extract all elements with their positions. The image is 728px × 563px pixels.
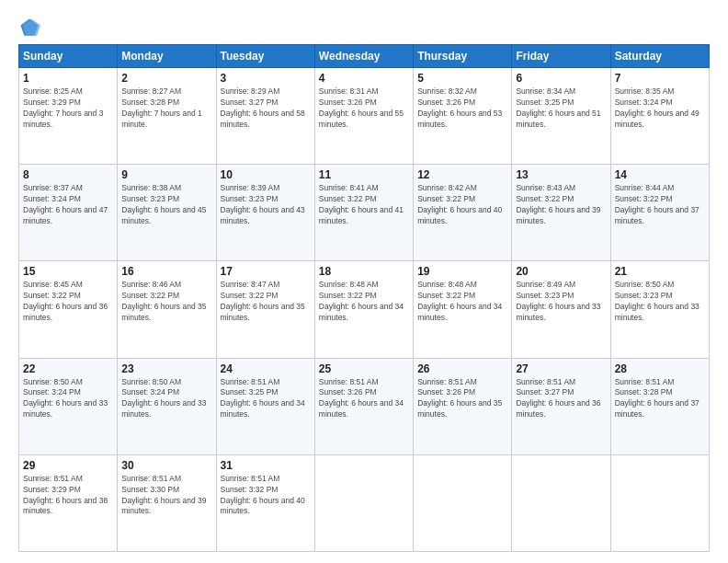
- day-number: 2: [121, 72, 211, 85]
- day-number: 24: [221, 362, 311, 375]
- calendar-cell: 3 Sunrise: 8:29 AM Sunset: 3:27 PM Dayli…: [216, 68, 314, 165]
- day-info: Sunrise: 8:51 AM Sunset: 3:26 PM Dayligh…: [319, 377, 409, 421]
- calendar-cell: 20 Sunrise: 8:49 AM Sunset: 3:23 PM Dayl…: [512, 261, 610, 358]
- day-info: Sunrise: 8:31 AM Sunset: 3:26 PM Dayligh…: [319, 86, 409, 131]
- day-info: Sunrise: 8:38 AM Sunset: 3:23 PM Dayligh…: [121, 183, 211, 227]
- day-number: 5: [417, 72, 507, 85]
- calendar-week-2: 8 Sunrise: 8:37 AM Sunset: 3:24 PM Dayli…: [19, 165, 710, 261]
- day-number: 31: [221, 459, 311, 472]
- calendar-cell: 8 Sunrise: 8:37 AM Sunset: 3:24 PM Dayli…: [19, 165, 118, 261]
- calendar-header-friday: Friday: [512, 45, 610, 68]
- day-info: Sunrise: 8:50 AM Sunset: 3:24 PM Dayligh…: [121, 377, 211, 421]
- calendar-cell: 7 Sunrise: 8:35 AM Sunset: 3:24 PM Dayli…: [610, 68, 709, 165]
- calendar-cell: 2 Sunrise: 8:27 AM Sunset: 3:28 PM Dayli…: [118, 68, 216, 165]
- calendar-cell: [512, 454, 610, 551]
- day-number: 25: [319, 362, 409, 375]
- day-info: Sunrise: 8:51 AM Sunset: 3:32 PM Dayligh…: [221, 474, 311, 518]
- day-number: 7: [615, 72, 705, 85]
- calendar-cell: 1 Sunrise: 8:25 AM Sunset: 3:29 PM Dayli…: [19, 68, 118, 165]
- calendar-cell: 6 Sunrise: 8:34 AM Sunset: 3:25 PM Dayli…: [512, 68, 610, 165]
- calendar-cell: 22 Sunrise: 8:50 AM Sunset: 3:24 PM Dayl…: [19, 358, 118, 454]
- day-number: 28: [615, 362, 705, 375]
- calendar-cell: 14 Sunrise: 8:44 AM Sunset: 3:22 PM Dayl…: [610, 165, 709, 261]
- day-number: 23: [121, 362, 211, 375]
- day-number: 17: [221, 265, 311, 278]
- calendar-cell: 13 Sunrise: 8:43 AM Sunset: 3:22 PM Dayl…: [512, 165, 610, 261]
- calendar-cell: [414, 454, 512, 551]
- day-number: 4: [319, 72, 409, 85]
- calendar-week-5: 29 Sunrise: 8:51 AM Sunset: 3:29 PM Dayl…: [19, 454, 710, 551]
- calendar-cell: 11 Sunrise: 8:41 AM Sunset: 3:22 PM Dayl…: [314, 165, 413, 261]
- day-info: Sunrise: 8:51 AM Sunset: 3:27 PM Dayligh…: [516, 377, 606, 421]
- calendar-header-saturday: Saturday: [610, 45, 709, 68]
- calendar-cell: 18 Sunrise: 8:48 AM Sunset: 3:22 PM Dayl…: [314, 261, 413, 358]
- day-info: Sunrise: 8:51 AM Sunset: 3:26 PM Dayligh…: [417, 377, 507, 421]
- calendar-cell: 23 Sunrise: 8:50 AM Sunset: 3:24 PM Dayl…: [118, 358, 216, 454]
- day-info: Sunrise: 8:37 AM Sunset: 3:24 PM Dayligh…: [23, 183, 113, 227]
- day-info: Sunrise: 8:50 AM Sunset: 3:24 PM Dayligh…: [23, 377, 113, 421]
- day-number: 8: [23, 168, 113, 181]
- calendar-cell: 29 Sunrise: 8:51 AM Sunset: 3:29 PM Dayl…: [19, 454, 118, 551]
- day-number: 19: [417, 265, 507, 278]
- calendar-cell: 16 Sunrise: 8:46 AM Sunset: 3:22 PM Dayl…: [118, 261, 216, 358]
- calendar-cell: 15 Sunrise: 8:45 AM Sunset: 3:22 PM Dayl…: [19, 261, 118, 358]
- day-info: Sunrise: 8:51 AM Sunset: 3:29 PM Dayligh…: [23, 474, 113, 518]
- day-info: Sunrise: 8:32 AM Sunset: 3:26 PM Dayligh…: [417, 86, 507, 131]
- day-info: Sunrise: 8:48 AM Sunset: 3:22 PM Dayligh…: [417, 280, 507, 324]
- calendar-cell: 30 Sunrise: 8:51 AM Sunset: 3:30 PM Dayl…: [118, 454, 216, 551]
- calendar-cell: 17 Sunrise: 8:47 AM Sunset: 3:22 PM Dayl…: [216, 261, 314, 358]
- day-info: Sunrise: 8:39 AM Sunset: 3:23 PM Dayligh…: [221, 183, 311, 227]
- day-number: 15: [23, 265, 113, 278]
- day-number: 13: [516, 168, 606, 181]
- day-info: Sunrise: 8:49 AM Sunset: 3:23 PM Dayligh…: [516, 280, 606, 324]
- day-info: Sunrise: 8:41 AM Sunset: 3:22 PM Dayligh…: [319, 183, 409, 227]
- logo: [18, 17, 44, 39]
- day-info: Sunrise: 8:51 AM Sunset: 3:28 PM Dayligh…: [615, 377, 705, 421]
- calendar-cell: 27 Sunrise: 8:51 AM Sunset: 3:27 PM Dayl…: [512, 358, 610, 454]
- day-info: Sunrise: 8:48 AM Sunset: 3:22 PM Dayligh…: [319, 280, 409, 324]
- calendar-cell: 21 Sunrise: 8:50 AM Sunset: 3:23 PM Dayl…: [610, 261, 709, 358]
- day-info: Sunrise: 8:50 AM Sunset: 3:23 PM Dayligh…: [615, 280, 705, 324]
- calendar-cell: 10 Sunrise: 8:39 AM Sunset: 3:23 PM Dayl…: [216, 165, 314, 261]
- day-info: Sunrise: 8:43 AM Sunset: 3:22 PM Dayligh…: [516, 183, 606, 227]
- calendar-week-3: 15 Sunrise: 8:45 AM Sunset: 3:22 PM Dayl…: [19, 261, 710, 358]
- calendar-cell: 4 Sunrise: 8:31 AM Sunset: 3:26 PM Dayli…: [314, 68, 413, 165]
- calendar-cell: 5 Sunrise: 8:32 AM Sunset: 3:26 PM Dayli…: [414, 68, 512, 165]
- calendar-cell: 25 Sunrise: 8:51 AM Sunset: 3:26 PM Dayl…: [314, 358, 413, 454]
- calendar-header-sunday: Sunday: [19, 45, 118, 68]
- day-info: Sunrise: 8:27 AM Sunset: 3:28 PM Dayligh…: [121, 86, 211, 131]
- calendar-header-tuesday: Tuesday: [216, 45, 314, 68]
- day-info: Sunrise: 8:47 AM Sunset: 3:22 PM Dayligh…: [221, 280, 311, 324]
- day-number: 29: [23, 459, 113, 472]
- day-number: 26: [417, 362, 507, 375]
- calendar-week-4: 22 Sunrise: 8:50 AM Sunset: 3:24 PM Dayl…: [19, 358, 710, 454]
- day-number: 16: [121, 265, 211, 278]
- calendar-header-thursday: Thursday: [414, 45, 512, 68]
- day-number: 12: [417, 168, 507, 181]
- calendar-cell: 12 Sunrise: 8:42 AM Sunset: 3:22 PM Dayl…: [414, 165, 512, 261]
- day-info: Sunrise: 8:34 AM Sunset: 3:25 PM Dayligh…: [516, 86, 606, 131]
- page: SundayMondayTuesdayWednesdayThursdayFrid…: [0, 0, 728, 563]
- day-info: Sunrise: 8:35 AM Sunset: 3:24 PM Dayligh…: [615, 86, 705, 131]
- day-number: 27: [516, 362, 606, 375]
- day-info: Sunrise: 8:51 AM Sunset: 3:25 PM Dayligh…: [221, 377, 311, 421]
- day-number: 22: [23, 362, 113, 375]
- calendar-cell: 31 Sunrise: 8:51 AM Sunset: 3:32 PM Dayl…: [216, 454, 314, 551]
- day-info: Sunrise: 8:51 AM Sunset: 3:30 PM Dayligh…: [121, 474, 211, 518]
- calendar-header-monday: Monday: [118, 45, 216, 68]
- calendar-cell: 9 Sunrise: 8:38 AM Sunset: 3:23 PM Dayli…: [118, 165, 216, 261]
- day-number: 18: [319, 265, 409, 278]
- day-number: 1: [23, 72, 113, 85]
- day-info: Sunrise: 8:46 AM Sunset: 3:22 PM Dayligh…: [121, 280, 211, 324]
- day-number: 14: [615, 168, 705, 181]
- calendar-cell: [314, 454, 413, 551]
- calendar-cell: 28 Sunrise: 8:51 AM Sunset: 3:28 PM Dayl…: [610, 358, 709, 454]
- day-number: 21: [615, 265, 705, 278]
- day-number: 20: [516, 265, 606, 278]
- calendar-header-row: SundayMondayTuesdayWednesdayThursdayFrid…: [19, 45, 710, 68]
- day-info: Sunrise: 8:25 AM Sunset: 3:29 PM Dayligh…: [23, 86, 113, 131]
- day-number: 30: [121, 459, 211, 472]
- calendar: SundayMondayTuesdayWednesdayThursdayFrid…: [18, 44, 710, 552]
- day-number: 9: [121, 168, 211, 181]
- day-number: 10: [221, 168, 311, 181]
